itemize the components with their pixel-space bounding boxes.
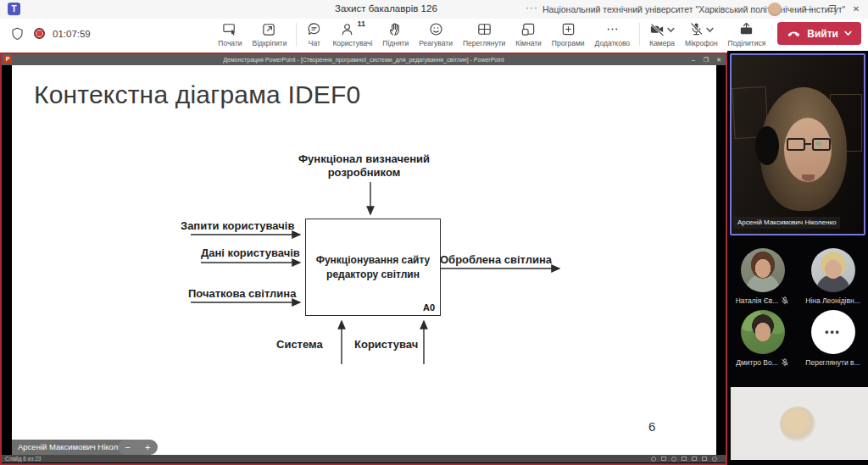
slideshow-more-icon bbox=[712, 457, 717, 462]
window-titlebar: T Захист бакалаврів 126 ··· Національний… bbox=[0, 0, 868, 19]
more-participants-icon: ••• bbox=[811, 310, 855, 354]
window-close-button[interactable]: ✕ bbox=[844, 0, 868, 19]
chat-icon bbox=[306, 21, 322, 37]
camera-off-icon bbox=[649, 21, 665, 37]
participant-tile[interactable]: Дмитро Во... bbox=[727, 310, 798, 367]
participant-tile[interactable]: Наталія Єв... bbox=[727, 248, 798, 305]
diagram-output-1: Оброблена світлина bbox=[440, 253, 552, 266]
recording-indicator-icon bbox=[34, 28, 45, 39]
mic-off-icon bbox=[688, 21, 704, 37]
glasses-bridge bbox=[805, 143, 811, 145]
ppt-minimize-icon: ‒ bbox=[692, 54, 695, 65]
slide-page-number: 6 bbox=[648, 419, 655, 434]
screen-reflection bbox=[815, 141, 821, 146]
participant-name: Переглянути в... bbox=[805, 358, 860, 367]
slideshow-statusbar: Слайд 6 из 23 bbox=[2, 455, 726, 462]
shared-screen-region: Демонстрация PowerPoint - [Створення_про… bbox=[0, 53, 727, 465]
speaker-name-tag: Арсеній Максимович Ніколенко bbox=[733, 217, 840, 229]
participant-name: Ніна Леонідівн... bbox=[805, 296, 860, 305]
camera-button[interactable]: Камера bbox=[644, 21, 680, 47]
participant-tile[interactable]: Ніна Леонідівн... bbox=[798, 248, 868, 305]
camera-options-chevron-icon[interactable] bbox=[667, 26, 675, 34]
window-minimize-button[interactable]: — bbox=[797, 0, 821, 19]
start-presenting-button[interactable]: Почати bbox=[213, 21, 247, 47]
powerpoint-icon: P bbox=[3, 55, 12, 64]
slideshow-grid-icon bbox=[692, 457, 697, 461]
diagram-mechanism-2: Користувач bbox=[354, 338, 418, 351]
window-restore-button[interactable]: ❐ bbox=[821, 0, 844, 19]
leave-button[interactable]: Вийти bbox=[777, 22, 861, 45]
self-view-panel[interactable] bbox=[731, 387, 868, 460]
idef0-a0-box: Функціонування сайту редактору світлин A… bbox=[305, 219, 441, 316]
mic-muted-icon bbox=[781, 358, 789, 367]
powerpoint-titlebar: Демонстрация PowerPoint - [Створення_про… bbox=[2, 54, 726, 65]
ppt-close-icon: ✕ bbox=[716, 54, 721, 65]
more-button[interactable]: Додатково bbox=[590, 21, 635, 47]
avatar bbox=[741, 310, 785, 354]
participant-name: Дмитро Во... bbox=[736, 358, 778, 367]
toolbar-buttons: Почати Відкріпити Чат 11 Користувачі bbox=[213, 21, 865, 52]
diagram-control-label: Функціонал визначений розробником bbox=[273, 152, 455, 180]
meeting-toolbar: 01:07:59 Почати Відкріпити Чат bbox=[0, 19, 868, 53]
mic-options-chevron-icon[interactable] bbox=[706, 26, 714, 34]
idef0-box-code: A0 bbox=[423, 302, 435, 313]
gallery-grid-icon bbox=[476, 21, 492, 37]
zoom-in-button[interactable]: + bbox=[145, 442, 150, 452]
diagram-input-3: Початкова світлина bbox=[188, 287, 296, 300]
view-button[interactable]: Переглянути bbox=[458, 21, 510, 47]
titlebar-overflow-icon[interactable]: ··· bbox=[526, 2, 538, 14]
powerpoint-title: Демонстрация PowerPoint - [Створення_про… bbox=[2, 54, 726, 65]
meeting-timer: 01:07:59 bbox=[53, 29, 91, 39]
slideshow-controls bbox=[651, 457, 717, 462]
share-screen-icon bbox=[738, 21, 754, 37]
people-icon bbox=[340, 21, 356, 37]
slideshow-prev-icon bbox=[651, 457, 656, 462]
slide-title: Контекстна діаграма IDEF0 bbox=[34, 80, 360, 109]
slideshow-zoom-icon bbox=[702, 457, 707, 461]
present-screen-icon bbox=[222, 21, 238, 37]
rooms-button[interactable]: Кімнати bbox=[510, 21, 547, 47]
avatar bbox=[811, 248, 855, 292]
slideshow-notes-icon bbox=[682, 457, 687, 461]
shared-zoom-controls[interactable]: − + bbox=[118, 440, 158, 455]
ppt-restore-icon: ❐ bbox=[704, 54, 709, 65]
slideshow-next-icon bbox=[671, 457, 676, 462]
teams-meeting-window: T Захист бакалаврів 126 ··· Національний… bbox=[0, 0, 868, 465]
mic-muted-icon bbox=[781, 296, 789, 305]
self-avatar bbox=[780, 407, 815, 442]
zoom-out-button[interactable]: − bbox=[125, 442, 131, 452]
smiley-icon bbox=[428, 21, 444, 37]
diagram-input-1: Запити користувачів bbox=[181, 219, 294, 232]
unpin-button[interactable]: Відкріпити bbox=[248, 21, 292, 47]
diagram-mechanism-1: Система bbox=[276, 338, 323, 351]
meeting-title: Захист бакалаврів 126 bbox=[335, 3, 437, 14]
slide-counter: Слайд 6 из 23 bbox=[5, 456, 651, 462]
react-button[interactable]: Реагувати bbox=[414, 21, 458, 47]
share-button[interactable]: Поділитися bbox=[723, 21, 771, 47]
participants-button[interactable]: 11 Користувачі bbox=[327, 21, 377, 47]
toolbar-divider bbox=[296, 23, 297, 46]
avatar bbox=[741, 248, 785, 292]
participant-name: Наталія Єв... bbox=[736, 296, 779, 305]
speaker-mouth bbox=[802, 174, 815, 181]
active-speaker-video[interactable]: Арсеній Максимович Ніколенко bbox=[730, 53, 865, 235]
add-app-icon bbox=[560, 21, 576, 37]
breakout-rooms-icon bbox=[520, 21, 537, 37]
view-more-participants-tile[interactable]: ••• Переглянути в... bbox=[798, 310, 868, 367]
raise-hand-icon bbox=[387, 21, 403, 37]
leave-options-chevron-icon[interactable] bbox=[844, 30, 852, 37]
pop-out-icon bbox=[261, 21, 277, 37]
slideshow-pen-icon bbox=[661, 457, 666, 461]
mic-button[interactable]: Мікрофон bbox=[680, 21, 723, 47]
glasses-left-lens bbox=[787, 138, 805, 151]
teams-logo-icon: T bbox=[8, 3, 20, 15]
diagram-input-2: Дані користувачів bbox=[201, 246, 300, 259]
idef0-box-label: Функціонування сайту редактору світлин bbox=[315, 253, 431, 280]
hang-up-icon bbox=[787, 26, 801, 41]
raise-hand-button[interactable]: Підняти bbox=[377, 21, 414, 47]
user-avatar[interactable] bbox=[768, 3, 782, 16]
apps-button[interactable]: Програми bbox=[547, 21, 590, 47]
chat-button[interactable]: Чат bbox=[301, 21, 327, 47]
participants-count-badge: 11 bbox=[358, 19, 366, 28]
video-sidebar: Арсеній Максимович Ніколенко Наталія Єв.… bbox=[727, 51, 868, 465]
